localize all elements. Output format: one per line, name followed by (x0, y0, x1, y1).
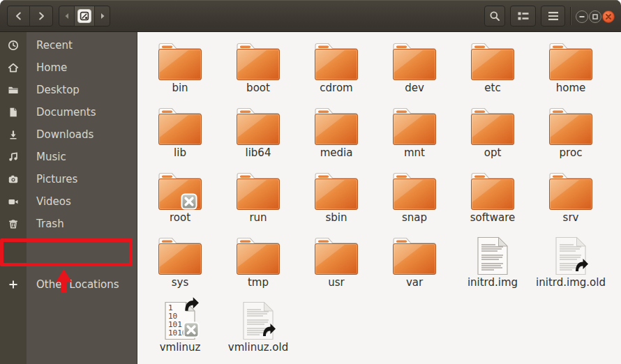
close-button[interactable] (602, 10, 615, 23)
file-item-bin[interactable]: bin (141, 39, 219, 104)
hamburger-icon (548, 11, 559, 21)
sidebar-item[interactable]: Other Locations (0, 273, 137, 296)
file-label: proc (560, 147, 583, 159)
folder-icon (392, 172, 437, 211)
file-item-cdrom[interactable]: cdrom (297, 39, 375, 104)
file-icon-wrap (314, 234, 359, 275)
sidebar-item-label: Trash (36, 218, 64, 230)
file-item-vmlinuz[interactable]: vmlinuz (141, 298, 219, 363)
file-manager-window: Recent Home Desktop Documents Downloads … (0, 0, 621, 364)
chevron-left-icon (13, 10, 24, 22)
path-location-button[interactable] (74, 6, 95, 26)
file-icon-wrap (470, 39, 515, 81)
sidebar-item-other-locations[interactable]: Other Locations (0, 273, 137, 296)
back-button[interactable] (8, 6, 30, 26)
file-view[interactable]: bin boot cdrom dev etc home lib (138, 32, 621, 364)
path-scroll-left-button[interactable] (59, 6, 74, 26)
file-label: lib64 (246, 147, 271, 159)
file-icon-wrap (158, 104, 202, 146)
minimize-icon (578, 13, 586, 21)
file-item-boot[interactable]: boot (219, 39, 297, 104)
file-item-lib64[interactable]: lib64 (219, 104, 297, 169)
triangle-right-icon (97, 10, 108, 22)
history-nav-group (7, 6, 53, 26)
menu-button[interactable] (541, 6, 565, 26)
view-toggle-button[interactable] (510, 6, 536, 26)
folder-icon (470, 42, 515, 81)
file-item-run[interactable]: run (219, 169, 297, 234)
file-icon-wrap (164, 298, 196, 340)
file-item-home[interactable]: home (532, 39, 610, 104)
sidebar-item-icon (0, 151, 27, 162)
file-item-vmlinuz.old[interactable]: vmlinuz.old (219, 298, 297, 363)
file-icon-wrap (470, 169, 515, 211)
file-label: initrd.img (467, 277, 518, 289)
sidebar-item-recent[interactable]: Recent (0, 34, 137, 56)
sidebar-item-label: Videos (36, 195, 71, 208)
file-item-mnt[interactable]: mnt (375, 104, 454, 169)
file-item-initrd.img[interactable]: initrd.img (454, 234, 532, 298)
path-scroll-right-button[interactable] (95, 6, 110, 26)
file-label: root (170, 212, 190, 224)
sidebar-item-icon (0, 84, 27, 96)
sidebar-item-label: Music (36, 151, 66, 163)
file-icon-wrap (236, 234, 280, 275)
sidebar-item-home[interactable]: Home (0, 56, 137, 79)
file-label: media (320, 147, 353, 159)
maximize-icon (591, 13, 599, 21)
sidebar-item-music[interactable]: Music (0, 146, 137, 168)
file-item-tmp[interactable]: tmp (219, 234, 297, 298)
folder-icon (314, 236, 359, 275)
sidebar-item-label: Pictures (36, 173, 77, 185)
file-icon-wrap (548, 169, 593, 211)
sidebar-item-documents[interactable]: Documents (0, 101, 137, 123)
file-item-etc[interactable]: etc (454, 39, 532, 104)
sidebar-item-downloads[interactable]: Downloads (0, 123, 137, 146)
symlink-emblem-icon (574, 258, 589, 272)
file-item-var[interactable]: var (375, 234, 454, 298)
file-item-media[interactable]: media (297, 104, 375, 169)
list-view-icon (518, 11, 529, 21)
sidebar-item-icon (0, 107, 27, 118)
sidebar-item-pictures[interactable]: Pictures (0, 168, 137, 190)
file-icon-wrap (314, 39, 359, 81)
folder-icon (548, 172, 593, 211)
icon-grid: bin boot cdrom dev etc home lib (141, 39, 610, 363)
sidebar-item-label: Recent (36, 39, 73, 52)
file-item-lib[interactable]: lib (141, 104, 219, 169)
file-item-proc[interactable]: proc (532, 104, 610, 169)
search-button[interactable] (484, 6, 505, 26)
sidebar-item-trash[interactable]: Trash (0, 213, 137, 235)
file-icon-wrap (236, 104, 280, 146)
folder-icon (470, 172, 515, 211)
file-label: software (470, 212, 515, 224)
file-item-software[interactable]: software (454, 169, 532, 234)
file-icon-wrap (314, 104, 359, 146)
folder-icon (158, 42, 202, 81)
forward-button[interactable] (30, 6, 52, 26)
maximize-button[interactable] (589, 10, 601, 23)
file-label: home (556, 82, 586, 94)
file-label: vmlinuz (160, 342, 201, 354)
file-item-opt[interactable]: opt (454, 104, 532, 169)
file-item-dev[interactable]: dev (375, 39, 454, 104)
sidebar-item-desktop[interactable]: Desktop (0, 79, 137, 101)
sidebar-item-videos[interactable]: Videos (0, 190, 137, 213)
file-item-sbin[interactable]: sbin (297, 169, 375, 234)
file-item-initrd.img.old[interactable]: initrd.img.old (532, 234, 610, 298)
minimize-button[interactable] (576, 10, 588, 23)
search-icon (489, 10, 500, 22)
file-icon-wrap (548, 39, 593, 81)
folder-icon (158, 236, 202, 275)
file-item-snap[interactable]: snap (375, 169, 454, 234)
file-item-srv[interactable]: srv (532, 169, 610, 234)
file-item-sys[interactable]: sys (141, 234, 219, 298)
sidebar-item-label: Other Locations (36, 278, 119, 291)
file-icon-wrap (314, 169, 359, 211)
folder-icon (392, 107, 437, 146)
file-label: sbin (325, 212, 347, 224)
symlink-emblem-icon (261, 323, 276, 337)
file-item-root[interactable]: root (141, 169, 219, 234)
drive-harddisk-icon (79, 10, 90, 22)
file-item-usr[interactable]: usr (297, 234, 375, 298)
